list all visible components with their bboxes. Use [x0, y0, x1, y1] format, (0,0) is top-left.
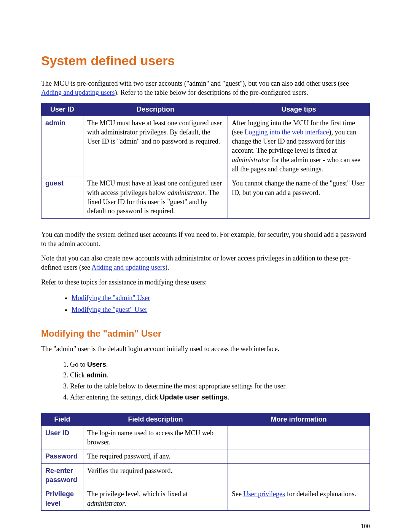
intro-paragraph: The MCU is pre-configured with two user …	[41, 79, 370, 97]
text: See	[232, 490, 244, 498]
list-item: Click admin.	[70, 370, 370, 381]
link-user-privileges[interactable]: User privileges	[244, 490, 285, 498]
text: .	[106, 361, 108, 368]
text: Go to	[70, 361, 87, 368]
cell-field-desc: The log-in name used to access the MCU w…	[83, 426, 228, 449]
topic-links-list: Modifying the "admin" User Modifying the…	[41, 292, 370, 315]
page-title: System defined users	[41, 53, 370, 68]
th-user-id: User ID	[41, 103, 83, 116]
list-item: Modifying the "guest" User	[72, 304, 370, 316]
page-number: 100	[361, 523, 370, 530]
cell-more-info: See User privileges for detailed explana…	[228, 487, 370, 511]
text: The privilege level, which is fixed at	[87, 490, 188, 498]
cell-usage-tips: After logging into the MCU for the first…	[228, 116, 370, 176]
intro-post: ). Refer to the table below for descript…	[115, 89, 308, 96]
text-italic: administrator	[87, 500, 125, 507]
link-adding-users-2[interactable]: Adding and updating users	[91, 264, 165, 271]
table-row: Re-enter password Verifies the required …	[41, 463, 370, 487]
th-field-description: Field description	[83, 413, 228, 426]
cell-field-desc: Verifies the required password.	[83, 463, 228, 487]
cell-usage-tips: You cannot change the name of the "guest…	[228, 176, 370, 218]
table-header-row: User ID Description Usage tips	[41, 103, 370, 116]
table-row: Privilege level The privilege level, whi…	[41, 487, 370, 511]
link-modify-guest[interactable]: Modifying the "guest" User	[72, 306, 147, 313]
cell-more-info	[228, 426, 370, 449]
list-item: Modifying the "admin" User	[72, 292, 370, 304]
paragraph: You can modify the system defined user a…	[41, 230, 370, 249]
th-more-info: More information	[228, 413, 370, 426]
text-bold: admin	[87, 371, 107, 379]
cell-user-id: admin	[41, 116, 83, 176]
link-adding-users[interactable]: Adding and updating users	[41, 89, 115, 96]
table-header-row: Field Field description More information	[41, 413, 370, 426]
cell-field: Password	[41, 449, 83, 463]
section-heading: Modifying the "admin" User	[41, 328, 370, 339]
cell-description: The MCU must have at least one configure…	[83, 176, 228, 218]
th-description: Description	[83, 103, 228, 116]
table-row: guest The MCU must have at least one con…	[41, 176, 370, 218]
text: Click	[70, 371, 87, 379]
th-usage-tips: Usage tips	[228, 103, 370, 116]
list-item: Refer to the table below to determine th…	[70, 381, 370, 392]
text-bold: Update user settings	[160, 393, 228, 401]
cell-field: Privilege level	[41, 487, 83, 511]
fields-table: Field Field description More information…	[41, 413, 370, 511]
cell-field: User ID	[41, 426, 83, 449]
intro-pre: The MCU is pre-configured with two user …	[41, 80, 349, 87]
cell-field-desc: The privilege level, which is fixed at a…	[83, 487, 228, 511]
text-bold: Users	[87, 361, 106, 368]
table-row: User ID The log-in name used to access t…	[41, 426, 370, 449]
text-italic: administrator	[232, 156, 269, 164]
paragraph: The "admin" user is the default login ac…	[41, 344, 370, 353]
steps-list: Go to Users. Click admin. Refer to the t…	[41, 359, 370, 403]
th-field: Field	[41, 413, 83, 426]
text: .	[125, 500, 127, 507]
text-italic: administrator	[167, 189, 205, 197]
cell-field-desc: The required password, if any.	[83, 449, 228, 463]
cell-more-info	[228, 463, 370, 487]
list-item: Go to Users.	[70, 359, 370, 370]
users-table: User ID Description Usage tips admin The…	[41, 103, 370, 219]
list-item: After entering the settings, click Updat…	[70, 392, 370, 403]
table-row: admin The MCU must have at least one con…	[41, 116, 370, 176]
cell-user-id: guest	[41, 176, 83, 218]
page: System defined users The MCU is pre-conf…	[0, 0, 411, 532]
text: Note that you can also create new accoun…	[41, 254, 351, 271]
cell-description: The MCU must have at least one configure…	[83, 116, 228, 176]
cell-field: Re-enter password	[41, 463, 83, 487]
paragraph: Note that you can also create new accoun…	[41, 254, 370, 272]
table-row: Password The required password, if any.	[41, 449, 370, 463]
text: After entering the settings, click	[70, 393, 160, 401]
paragraph: Refer to these topics for assistance in …	[41, 278, 370, 287]
text: ).	[165, 264, 169, 271]
cell-more-info	[228, 449, 370, 463]
text: .	[107, 371, 109, 379]
link-logging-in[interactable]: Logging into the web interface	[244, 128, 329, 136]
text: .	[228, 393, 229, 401]
link-modify-admin[interactable]: Modifying the "admin" User	[72, 294, 150, 302]
text: for detailed explanations.	[285, 490, 356, 498]
